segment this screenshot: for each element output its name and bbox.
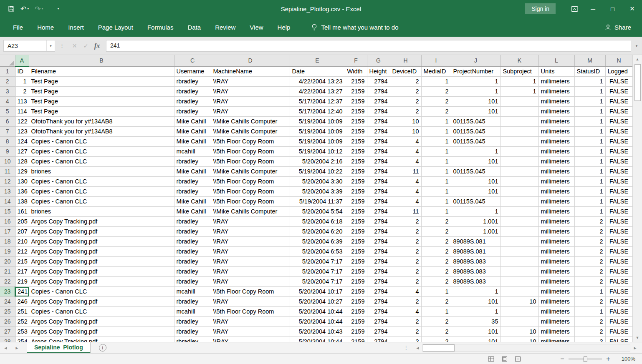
view-normal-button[interactable] [485,354,497,364]
ribbon-display-options-button[interactable] [566,0,583,18]
cell-L11[interactable]: millimeters [538,166,574,176]
cell-G20[interactable]: 2794 [367,256,390,266]
cell-D10[interactable]: \\5th Floor Copy Room [211,156,290,166]
cell-J17[interactable]: 1.001 [451,226,500,236]
cell-I2[interactable]: 1 [421,76,451,86]
row-header-21[interactable]: 21 [0,266,15,276]
column-header-K[interactable]: K [500,55,538,66]
cell-D7[interactable]: \\Mike Cahills Computer [211,126,290,136]
cell-J26[interactable]: 35 [451,316,500,326]
cell-M1[interactable]: StatusID [574,66,605,76]
cell-F1[interactable]: Width [345,66,367,76]
cell-A12[interactable]: 130 [15,176,29,186]
cell-K27[interactable]: 10 [500,326,538,336]
cell-M22[interactable]: 2 [574,276,605,286]
cell-N5[interactable]: FALSE [605,106,632,116]
cell-M12[interactable]: 1 [574,176,605,186]
cell-L4[interactable]: millimeters [538,96,574,106]
cell-C10[interactable]: rbradley [174,156,211,166]
cell-M9[interactable]: 1 [574,146,605,156]
cell-A26[interactable]: 252 [15,316,29,326]
cell-H11[interactable]: 11 [390,166,421,176]
cell-A6[interactable]: 122 [15,116,29,126]
cell-F12[interactable]: 2159 [345,176,367,186]
cell-K6[interactable] [500,116,538,126]
cell-E24[interactable]: 5/20/2004 10:27 [290,296,345,306]
cell-I26[interactable]: 2 [421,316,451,326]
tab-formulas[interactable]: Formulas [140,20,181,35]
cell-C9[interactable]: mcahill [174,146,211,156]
cell-B26[interactable]: Argos Copy Tracking.pdf [29,316,174,326]
cell-G5[interactable]: 2794 [367,106,390,116]
cell-K16[interactable] [500,216,538,226]
cell-E27[interactable]: 5/20/2004 10:43 [290,326,345,336]
cell-J18[interactable]: 89089S.081 [451,236,500,246]
cell-J24[interactable]: 101 [451,296,500,306]
cell-D18[interactable]: \\RAY [211,236,290,246]
cell-C28[interactable]: rbradley [174,336,211,342]
cell-M27[interactable]: 2 [574,326,605,336]
cell-I7[interactable]: 1 [421,126,451,136]
cell-N9[interactable]: FALSE [605,146,632,156]
row-header-1[interactable]: 1 [0,66,15,76]
cell-I27[interactable]: 2 [421,326,451,336]
zoom-in-button[interactable]: + [604,355,612,363]
cell-N24[interactable]: FALSE [605,296,632,306]
cell-M19[interactable]: 2 [574,246,605,256]
cell-G16[interactable]: 2794 [367,216,390,226]
cell-H6[interactable]: 10 [390,116,421,126]
zoom-slider[interactable] [569,355,602,363]
cell-J4[interactable]: 101 [451,96,500,106]
view-page-break-button[interactable] [512,354,523,364]
cell-N17[interactable]: FALSE [605,226,632,236]
column-header-G[interactable]: G [367,55,390,66]
row-header-16[interactable]: 16 [0,216,15,226]
cell-C11[interactable]: Mike Cahill [174,166,211,176]
cell-E4[interactable]: 5/17/2004 12:37 [290,96,345,106]
cell-A24[interactable]: 246 [15,296,29,306]
cell-M8[interactable]: 1 [574,136,605,146]
cell-J6[interactable]: 00115S.045 [451,116,500,126]
cell-L12[interactable]: millimeters [538,176,574,186]
cell-H3[interactable]: 2 [390,86,421,96]
cell-I19[interactable]: 2 [421,246,451,256]
cell-K17[interactable] [500,226,538,236]
row-header-28[interactable]: 28 [0,336,15,342]
column-header-C[interactable]: C [174,55,211,66]
cell-F4[interactable]: 2159 [345,96,367,106]
cell-H14[interactable]: 4 [390,196,421,206]
cell-M25[interactable]: 1 [574,306,605,316]
cell-I12[interactable]: 1 [421,176,451,186]
cell-M17[interactable]: 2 [574,226,605,236]
tab-insert[interactable]: Insert [61,20,91,35]
cell-C8[interactable]: Mike Cahill [174,136,211,146]
cell-D4[interactable]: \\RAY [211,96,290,106]
cell-L25[interactable]: millimeters [538,306,574,316]
cell-D22[interactable]: \\RAY [211,276,290,286]
cell-H25[interactable]: 4 [390,306,421,316]
cell-C27[interactable]: rbradley [174,326,211,336]
cell-D6[interactable]: \\Mike Cahills Computer [211,116,290,126]
cell-A28[interactable]: 254 [15,336,29,342]
cell-E23[interactable]: 5/20/2004 10:17 [290,286,345,296]
row-header-18[interactable]: 18 [0,236,15,246]
cell-H19[interactable]: 2 [390,246,421,256]
cell-L21[interactable]: millimeters [538,266,574,276]
cell-L23[interactable]: millimeters [538,286,574,296]
tab-review[interactable]: Review [208,20,243,35]
cell-J2[interactable]: 1 [451,76,500,86]
hscroll-left-arrow[interactable]: ◄ [413,346,422,350]
vertical-scrollbar[interactable]: ▲ ▼ [632,55,642,342]
customize-quick-access-button[interactable]: ▾ [56,6,61,11]
cancel-button[interactable]: ✕ [69,43,80,49]
cell-K28[interactable]: 10 [500,336,538,342]
view-page-layout-button[interactable] [499,354,510,364]
cell-K12[interactable] [500,176,538,186]
cell-H21[interactable]: 2 [390,266,421,276]
row-header-5[interactable]: 5 [0,106,15,116]
column-header-D[interactable]: D [211,55,290,66]
row-header-20[interactable]: 20 [0,256,15,266]
row-header-14[interactable]: 14 [0,196,15,206]
cell-N2[interactable]: FALSE [605,76,632,86]
cell-M2[interactable]: 1 [574,76,605,86]
